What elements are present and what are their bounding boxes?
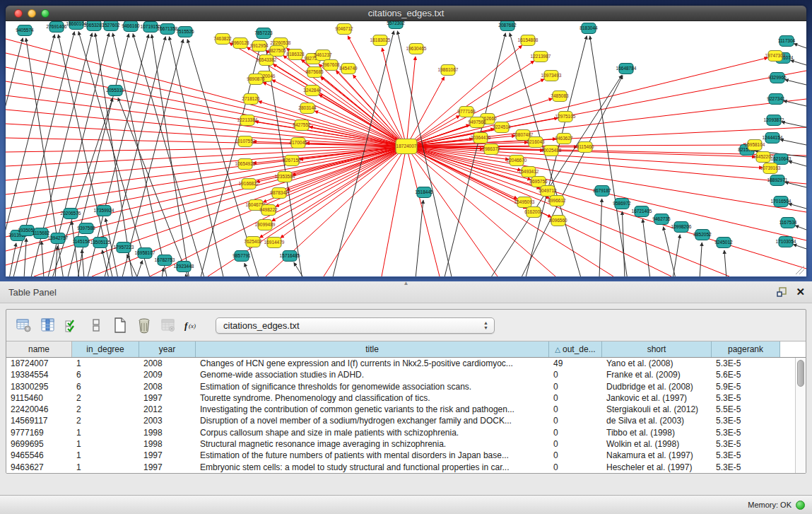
graph-node[interactable]: 6216043 [526,137,545,148]
graph-node[interactable]: 16958107 [135,248,155,259]
table-row[interactable]: 911546021997Tourette syndrome. Phenomeno… [6,392,795,404]
network-canvas[interactable]: 9405574276914061866010410653287152760294… [6,21,806,276]
cell-out_degree[interactable]: 0 [549,381,602,392]
cell-in_degree[interactable]: 1 [72,462,139,473]
cell-title[interactable]: Changes of HCN gene expression and I(f) … [196,358,549,369]
cell-in_degree[interactable]: 2 [72,415,139,426]
graph-node[interactable]: 8427552 [293,120,311,131]
graph-node[interactable]: 6162001 [524,207,543,218]
graph-node[interactable]: 9329966 [768,73,787,83]
cell-pagerank[interactable]: 5.3E-5 [712,415,780,426]
graph-node[interactable]: 16782753 [155,255,175,266]
graph-node[interactable]: 5572302 [387,21,405,29]
table-row[interactable]: 2242004622012Investigating the contribut… [6,404,795,415]
graph-node[interactable]: 17016504 [771,197,792,207]
graph-node[interactable]: 8996612 [548,196,566,206]
cell-name[interactable]: 22420046 [6,404,72,415]
cell-short[interactable]: Jankovic et al. (1997) [602,392,712,404]
close-panel-icon[interactable]: ✕ [796,286,805,298]
cell-out_degree[interactable]: 0 [549,392,602,404]
graph-node[interactable]: 9462735 [652,214,671,225]
cell-out_degree[interactable]: 0 [549,462,602,473]
scrollbar-thumb[interactable] [797,360,804,387]
graph-node[interactable]: 9397588 [77,223,95,234]
cell-title[interactable]: Embryonic stem cells: a model to study s… [196,462,549,473]
graph-node[interactable]: 7857223 [254,28,273,39]
cell-year[interactable]: 2012 [139,404,196,415]
table-row[interactable]: 1830029562008Estimation of significance … [6,381,795,392]
cell-in_degree[interactable]: 1 [72,438,139,450]
graph-node[interactable]: 20206576 [61,209,81,219]
graph-node[interactable]: 16914479 [264,238,285,248]
graph-node[interactable]: 2718126 [242,94,260,105]
column-header-short[interactable]: short [602,341,712,357]
graph-node[interactable]: 8183044 [579,23,598,34]
cell-title[interactable]: Structural magnetic resonance image aver… [196,438,549,450]
graph-node[interactable]: 8454749 [339,64,358,74]
graph-node[interactable]: 2087682 [498,21,517,31]
network-window-titlebar[interactable]: citations_edges.txt [6,6,806,21]
graph-node[interactable]: 9405574 [16,25,34,36]
graph-node[interactable]: 9463627 [555,134,573,144]
graph-node[interactable]: 3242844 [303,86,322,96]
hub-node[interactable]: 18724007 [396,139,417,154]
cell-year[interactable]: 1998 [139,427,196,438]
graph-node[interactable]: 12923448 [174,262,194,272]
import-table-icon[interactable] [158,315,179,335]
graph-node[interactable]: 2055310 [106,86,124,96]
vertical-scrollbar[interactable] [795,358,806,473]
graph-node[interactable]: 18892971 [767,175,788,186]
cell-short[interactable]: Yano et al. (2008) [602,358,712,369]
graph-node[interactable]: 8960128 [231,38,249,49]
graph-node[interactable]: 17103054 [776,237,796,247]
graph-node[interactable]: 12213987 [531,52,551,62]
graph-node[interactable]: 16648784 [616,64,637,74]
cell-pagerank[interactable]: 5.3E-5 [712,427,780,438]
graph-node[interactable]: 9227341 [767,94,785,105]
graph-node[interactable]: 9586972 [613,199,631,209]
cell-in_degree[interactable]: 2 [72,404,139,415]
cell-short[interactable]: Hescheler et al. (1997) [602,462,712,473]
graph-node[interactable]: 9498222 [259,205,278,216]
cell-short[interactable]: Stergiakouli et al. (2012) [602,404,712,415]
cell-in_degree[interactable]: 1 [72,450,139,461]
graph-node[interactable]: 8912954 [250,41,269,52]
graph-node[interactable]: 9046712 [335,24,353,35]
graph-node[interactable]: 5049712 [539,186,557,197]
graph-node[interactable]: 13505115 [90,238,111,248]
graph-node[interactable]: 15958104 [745,140,765,151]
cell-pagerank[interactable]: 5.5E-5 [712,404,780,415]
float-panel-icon[interactable] [776,286,787,298]
cell-short[interactable]: Nakamura et al. (1997) [602,450,712,461]
cell-short[interactable]: Dudbridge et al. (2008) [602,381,712,392]
cell-short[interactable]: Wolkin et al. (1998) [602,438,712,450]
cell-name[interactable]: 9699695 [6,438,72,450]
graph-node[interactable]: 1518445 [415,187,433,198]
cell-pagerank[interactable]: 5.3E-5 [712,450,780,461]
graph-node[interactable]: 12444154 [763,133,783,144]
cell-in_degree[interactable]: 6 [72,381,139,392]
graph-node[interactable]: 15716485 [280,251,300,262]
cell-name[interactable]: 19384554 [6,369,72,380]
cell-name[interactable]: 18300295 [6,381,72,392]
graph-node[interactable]: 2967608 [322,60,340,71]
column-header-name[interactable]: name [6,341,72,357]
cell-out_degree[interactable]: 0 [549,369,602,380]
network-window[interactable]: citations_edges.txt 94055742769140618660… [6,6,806,277]
cell-title[interactable]: Investigating the contribution of common… [196,404,549,415]
cell-out_degree[interactable]: 0 [549,438,602,450]
table-select[interactable]: citations_edges.txt▲▼ [216,317,495,334]
graph-node[interactable]: 19861067 [438,65,459,76]
graph-node[interactable]: 4170045 [289,138,307,148]
cell-title[interactable]: Estimation of the future numbers of pati… [196,450,549,461]
cell-out_degree[interactable]: 0 [549,404,602,415]
graph-node[interactable]: 9875685 [305,67,324,78]
graph-node[interactable]: 10973493 [541,71,562,81]
cell-out_degree[interactable]: 0 [549,415,602,426]
cell-out_degree[interactable]: 49 [549,358,602,369]
cell-year[interactable]: 1998 [139,438,196,450]
graph-node[interactable]: 1527602 [102,21,120,31]
cell-year[interactable]: 2009 [139,369,196,380]
table-row[interactable]: 946554611997Estimation of the future num… [6,450,795,461]
graph-node[interactable]: 9777169 [457,107,476,117]
